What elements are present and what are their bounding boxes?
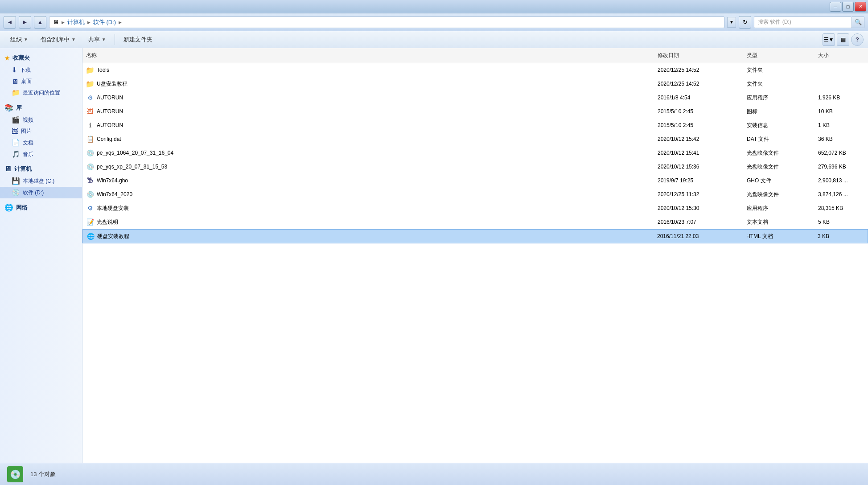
col-header-modified[interactable]: 修改日期 xyxy=(654,50,743,61)
table-row[interactable]: 📝 光盘说明 2016/10/23 7:07 文本文档 5 KB xyxy=(82,215,868,229)
file-icon: ⚙ xyxy=(86,204,94,212)
network-header[interactable]: 🌐 网络 xyxy=(0,201,82,214)
network-label: 网络 xyxy=(16,204,28,212)
forward-button[interactable]: ► xyxy=(19,16,31,29)
file-icon: 🌐 xyxy=(86,232,95,240)
file-modified-cell: 2016/1/8 4:54 xyxy=(654,92,743,103)
table-row[interactable]: 💿 pe_yqs_1064_20_07_31_16_04 2020/10/12 … xyxy=(82,146,868,160)
toolbar: 组织 ▼ 包含到库中 ▼ 共享 ▼ 新建文件夹 ☰▼ ▦ ? xyxy=(0,31,868,48)
favorites-label: 收藏夹 xyxy=(12,54,30,62)
sidebar-item-recent[interactable]: 📁 最近访问的位置 xyxy=(0,87,82,99)
addtolibrary-button[interactable]: 包含到库中 ▼ xyxy=(35,33,82,46)
path-sep-3: ► xyxy=(118,20,123,25)
file-name-cell: 🖼 AUTORUN xyxy=(82,106,654,117)
table-row[interactable]: 🌐 硬盘安装教程 2016/11/21 22:03 HTML 文档 3 KB xyxy=(82,229,868,243)
back-button[interactable]: ◄ xyxy=(4,16,16,29)
share-button[interactable]: 共享 ▼ xyxy=(82,33,112,46)
search-button[interactable]: 🔍 xyxy=(852,16,864,28)
sidebar-item-video[interactable]: 🎬 视频 xyxy=(0,114,82,126)
newfolder-button[interactable]: 新建文件夹 xyxy=(118,33,158,46)
sidebar-item-documents-label: 文档 xyxy=(23,139,33,147)
sidebar-item-documents[interactable]: 📄 文档 xyxy=(0,137,82,148)
file-modified: 2015/5/10 2:45 xyxy=(658,122,693,128)
sidebar-item-c-drive[interactable]: 💾 本地磁盘 (C:) xyxy=(0,175,82,187)
view-options-button[interactable]: ☰▼ xyxy=(823,33,835,46)
address-path: 🖥 ► 计算机 ► 软件 (D:) ► xyxy=(49,16,724,28)
file-icon: 💿 xyxy=(86,190,94,198)
file-name: AUTORUN xyxy=(97,95,123,101)
title-bar-buttons: ─ □ ✕ xyxy=(830,2,866,12)
status-icon: 💿 xyxy=(7,466,23,482)
file-icon: ⚙ xyxy=(86,94,94,102)
addtolibrary-dropdown-icon: ▼ xyxy=(71,37,76,42)
file-size-cell: 5 KB xyxy=(815,217,868,227)
sidebar-item-d-drive[interactable]: 💿 软件 (D:) xyxy=(0,187,82,198)
table-row[interactable]: 💿 Win7x64_2020 2020/12/25 11:32 光盘映像文件 3… xyxy=(82,188,868,201)
file-name: 本地硬盘安装 xyxy=(97,205,129,212)
file-size: 28,315 KB xyxy=(818,205,843,211)
col-header-size[interactable]: 大小 xyxy=(815,50,868,61)
table-row[interactable]: 📁 U盘安装教程 2020/12/25 14:52 文件夹 xyxy=(82,77,868,91)
library-icon: 📚 xyxy=(4,103,13,112)
file-name: U盘安装教程 xyxy=(97,80,128,88)
up-button[interactable]: ▲ xyxy=(34,16,46,29)
file-modified-cell: 2015/5/10 2:45 xyxy=(654,106,743,117)
file-size: 5 KB xyxy=(818,219,830,225)
file-type-cell: 光盘映像文件 xyxy=(743,189,815,200)
library-header[interactable]: 📚 库 xyxy=(0,101,82,114)
sidebar-item-video-label: 视频 xyxy=(23,116,33,124)
file-size: 652,072 KB xyxy=(818,150,846,156)
file-size: 36 KB xyxy=(818,136,833,142)
file-name: pe_yqs_xp_20_07_31_15_53 xyxy=(97,164,167,170)
search-box: 搜索 软件 (D:) xyxy=(754,16,852,28)
file-type-cell: 文件夹 xyxy=(743,65,815,75)
path-computer[interactable]: 计算机 xyxy=(67,18,85,26)
close-button[interactable]: ✕ xyxy=(855,2,866,12)
file-name: Tools xyxy=(97,67,109,73)
table-row[interactable]: 📁 Tools 2020/12/25 14:52 文件夹 xyxy=(82,63,868,77)
file-name: pe_yqs_1064_20_07_31_16_04 xyxy=(97,150,173,156)
file-size: 3,874,126 ... xyxy=(818,191,848,197)
table-row[interactable]: ⚙ 本地硬盘安装 2020/10/12 15:30 应用程序 28,315 KB xyxy=(82,201,868,215)
file-icon: 🖼 xyxy=(86,107,94,115)
file-type-cell: 图标 xyxy=(743,106,815,117)
table-row[interactable]: 🗜 Win7x64.gho 2019/9/7 19:25 GHO 文件 2,90… xyxy=(82,174,868,188)
computer-section: 🖥 计算机 💾 本地磁盘 (C:) 💿 软件 (D:) xyxy=(0,163,82,198)
table-row[interactable]: ℹ AUTORUN 2015/5/10 2:45 安装信息 1 KB xyxy=(82,119,868,132)
col-header-name[interactable]: 名称 xyxy=(82,50,654,61)
file-modified: 2016/11/21 22:03 xyxy=(657,233,699,239)
computer-label: 计算机 xyxy=(14,165,32,173)
search-placeholder: 搜索 软件 (D:) xyxy=(758,18,791,26)
sidebar-item-desktop[interactable]: 🖥 桌面 xyxy=(0,76,82,87)
path-dropdown[interactable]: ▼ xyxy=(727,17,736,28)
file-name: 光盘说明 xyxy=(97,218,118,226)
file-name-cell: 🗜 Win7x64.gho xyxy=(82,175,654,186)
maximize-button[interactable]: □ xyxy=(842,2,854,12)
file-size-cell: 3 KB xyxy=(814,231,868,242)
file-type: 应用程序 xyxy=(747,205,768,212)
status-bar: 💿 13 个对象 xyxy=(0,463,868,485)
organize-dropdown-icon: ▼ xyxy=(24,37,28,42)
status-count: 13 个对象 xyxy=(30,470,56,478)
computer-header[interactable]: 🖥 计算机 xyxy=(0,163,82,175)
sidebar-item-c-drive-label: 本地磁盘 (C:) xyxy=(23,177,54,185)
favorites-header[interactable]: ★ 收藏夹 xyxy=(0,52,82,64)
refresh-button[interactable]: ↻ xyxy=(739,16,751,29)
path-drive[interactable]: 软件 (D:) xyxy=(93,18,116,26)
table-row[interactable]: 💿 pe_yqs_xp_20_07_31_15_53 2020/10/12 15… xyxy=(82,160,868,174)
preview-button[interactable]: ▦ xyxy=(837,33,849,46)
sidebar-item-pictures[interactable]: 🖼 图片 xyxy=(0,126,82,137)
file-name-cell: ⚙ AUTORUN xyxy=(82,92,654,103)
share-label: 共享 xyxy=(88,36,100,44)
table-row[interactable]: ⚙ AUTORUN 2016/1/8 4:54 应用程序 1,926 KB xyxy=(82,91,868,105)
minimize-button[interactable]: ─ xyxy=(830,2,841,12)
col-header-type[interactable]: 类型 xyxy=(743,50,815,61)
file-name-cell: 🌐 硬盘安装教程 xyxy=(83,231,654,242)
table-row[interactable]: 🖼 AUTORUN 2015/5/10 2:45 图标 10 KB xyxy=(82,105,868,119)
sidebar-item-download[interactable]: ⬇ 下载 xyxy=(0,64,82,76)
organize-button[interactable]: 组织 ▼ xyxy=(4,33,34,46)
file-modified-cell: 2020/10/12 15:36 xyxy=(654,161,743,172)
help-button[interactable]: ? xyxy=(851,33,864,46)
table-row[interactable]: 📋 Config.dat 2020/10/12 15:42 DAT 文件 36 … xyxy=(82,132,868,146)
sidebar-item-music[interactable]: 🎵 音乐 xyxy=(0,148,82,160)
